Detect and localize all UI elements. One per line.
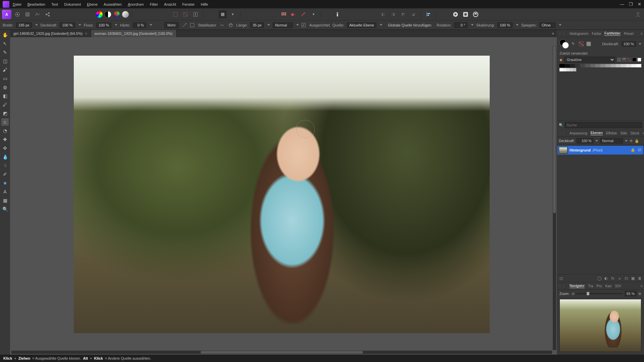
menu-ansicht[interactable]: Ansicht [164, 2, 176, 6]
stabilizer-checkbox[interactable] [190, 23, 194, 27]
canvas-viewport[interactable] [10, 37, 557, 355]
grid-icon[interactable] [279, 10, 287, 18]
menu-datei[interactable]: Datei [13, 2, 21, 6]
menu-ebene[interactable]: Ebene [87, 2, 98, 6]
layer-mask-icon[interactable]: ◯ [597, 276, 602, 281]
persona-tone-icon[interactable] [34, 10, 42, 18]
width-dropdown-icon[interactable] [35, 24, 38, 26]
erase-tool-icon[interactable]: ◩ [1, 110, 9, 117]
tab-navigator[interactable]: Navigator [570, 284, 585, 288]
gradient-tool-icon[interactable]: ◧ [1, 92, 9, 100]
marquee-tool-icon[interactable]: ▭ [1, 75, 9, 82]
fg-bg-colors[interactable] [559, 39, 569, 49]
tab-adjustment[interactable]: Anpassung [570, 131, 587, 135]
swatch-search-input[interactable] [565, 122, 642, 128]
menu-dokument[interactable]: Dokument [64, 2, 81, 6]
brush-toggle-icon[interactable] [300, 10, 308, 18]
inpaint-tool-icon[interactable]: ✚ [1, 136, 9, 143]
layer-item[interactable]: Hintergrund (Pixel) 🔒 ☑ [557, 146, 643, 155]
color-picker-tool-icon[interactable]: ✎ [1, 49, 9, 56]
color-wheel-icon[interactable] [96, 11, 103, 18]
minimize-button[interactable]: — [620, 2, 624, 7]
menu-text[interactable]: Text [51, 2, 58, 6]
tab-layers[interactable]: Ebenen [591, 131, 603, 135]
toggle-red-icon[interactable] [289, 10, 298, 18]
zoom-in-icon[interactable]: ⊕ [638, 292, 641, 296]
menu-hilfe[interactable]: Hilfe [201, 2, 208, 6]
length-input[interactable]: 35 px [250, 22, 264, 28]
layer-blend-ranges-icon[interactable]: ◫ [558, 276, 564, 281]
source-select[interactable]: Aktuelle Ebene [347, 22, 376, 28]
panel-menu-icon[interactable]: ≡ [641, 32, 643, 36]
tab-styles[interactable]: Stile [620, 131, 627, 135]
zoom-tool-icon[interactable]: 🔍 [1, 205, 9, 213]
gradient-circle-icon[interactable] [122, 11, 129, 18]
info-icon[interactable] [333, 10, 341, 18]
menu-fenster[interactable]: Fenster [182, 2, 195, 6]
crop-mode-icon[interactable] [219, 10, 227, 18]
close-tab-1-icon[interactable]: × [85, 32, 87, 36]
arrange-3-icon[interactable]: ◩ [399, 10, 407, 18]
circle-2-icon[interactable] [462, 10, 470, 18]
tab-transform[interactable]: Tra [588, 284, 593, 288]
window-mode-icon[interactable] [228, 22, 234, 28]
hand-tool-icon[interactable]: ✋ [1, 31, 9, 39]
mirror-dropdown-icon[interactable] [559, 24, 561, 26]
palette-select[interactable]: Grautöne [564, 57, 615, 63]
horizontal-scrollbar[interactable] [11, 351, 552, 354]
pal-black-icon[interactable] [632, 58, 636, 62]
opacity-input[interactable]: 100 % [60, 22, 75, 28]
zoom-slider[interactable] [577, 293, 623, 294]
blendmode-select[interactable]: Normal [273, 22, 293, 28]
source-dropdown-icon[interactable] [380, 24, 382, 26]
add-global-source-button[interactable]: Globale Quelle hinzufügen [385, 22, 434, 28]
maximize-button[interactable]: ❐ [629, 2, 633, 7]
move-tool-icon[interactable]: ↖ [1, 40, 9, 47]
selection-cross-icon[interactable] [181, 10, 190, 18]
menu-filter[interactable]: Filter [150, 2, 158, 6]
pal-none-icon[interactable] [627, 58, 631, 62]
panel-grip-icon-2[interactable]: ⋮⋮ [558, 131, 566, 135]
tab-histogram[interactable]: Histogramm [570, 32, 589, 36]
paint-brush-tool-icon[interactable]: 🖊 [1, 101, 9, 108]
width-input[interactable]: 185 px [16, 22, 32, 28]
panel-menu-icon-2[interactable]: ≡ [643, 131, 644, 135]
rope-mode-icon[interactable] [219, 22, 225, 28]
pressure-size-icon[interactable] [181, 22, 187, 28]
arrange-4-icon[interactable]: ◪ [409, 10, 417, 18]
gray-swatch-strip-2[interactable] [559, 68, 576, 71]
align-left-icon[interactable] [424, 10, 432, 18]
document-tab-1[interactable]: girl-1869532_1920.jpg [Geändert] (64.5%)… [10, 30, 91, 37]
menu-anordnen[interactable]: Anordnen [128, 2, 144, 6]
layer-live-icon[interactable]: ⌾ [617, 276, 622, 281]
navigator-preview[interactable] [559, 299, 641, 352]
mid-swatch-icon[interactable] [586, 42, 591, 46]
pal-list-icon[interactable] [622, 58, 626, 62]
hardness-input[interactable]: 0 % [133, 22, 146, 28]
zoom-value-input[interactable]: 65 % [625, 291, 636, 296]
text-tool-icon[interactable]: A [1, 188, 9, 195]
menu-bearbeiten[interactable]: Bearbeiten [28, 2, 45, 6]
layer-opacity-dd-icon[interactable] [595, 140, 598, 142]
scale-input[interactable]: 100 % [497, 22, 513, 28]
clone-tool-icon[interactable]: ⎌ [1, 118, 9, 126]
swatch-opacity-dd-icon[interactable] [639, 43, 641, 45]
tab-channels[interactable]: Kan [605, 284, 612, 288]
smudge-tool-icon[interactable]: ☟ [1, 162, 9, 169]
close-button[interactable]: ✕ [638, 2, 641, 7]
account-icon[interactable] [634, 10, 642, 18]
palette-pin-icon[interactable]: ◆ [559, 58, 562, 62]
document-tab-2[interactable]: woman-1836601_1920.jpg [Geändert] (100.0… [91, 30, 176, 37]
close-active-tab-icon[interactable]: × [549, 32, 557, 36]
rgb-circle-icon[interactable] [113, 11, 120, 18]
retouch-tool-icon[interactable]: ✐ [1, 171, 9, 178]
tab-brushes[interactable]: Pinsel [624, 32, 634, 36]
menu-auswaehlen[interactable]: Auswählen [104, 2, 122, 6]
arrange-1-icon[interactable]: ◧ [379, 10, 387, 18]
circle-1-icon[interactable] [451, 10, 460, 18]
aligned-checkbox[interactable] [302, 23, 306, 27]
tab-stock[interactable]: Stock [631, 131, 639, 135]
flow-input[interactable]: 100 % [96, 22, 111, 28]
layer-delete-icon[interactable]: 🗑 [637, 276, 642, 281]
persona-export-icon[interactable] [44, 10, 52, 18]
